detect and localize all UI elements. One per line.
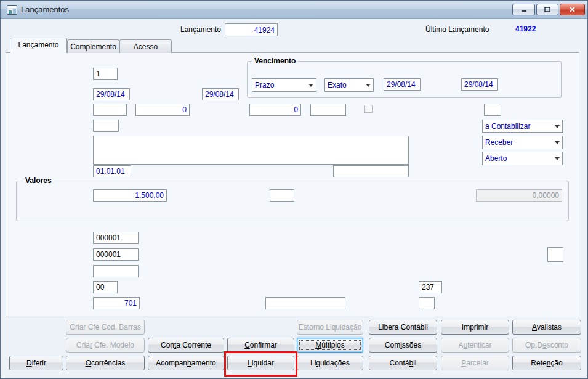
button-comissoes[interactable]: Comissões (369, 338, 437, 353)
vencimento-group-title: Vencimento (252, 57, 298, 65)
portador-field[interactable]: 237 (419, 281, 442, 293)
previsao-checkbox (364, 105, 373, 113)
valor-field[interactable]: 1.500,00 (93, 189, 167, 202)
valores-group-title: Valores (23, 176, 54, 185)
especie-documento-field[interactable] (419, 297, 435, 309)
unidade-negocio-field[interactable]: 1 (93, 68, 118, 80)
vencimento-original-field[interactable]: 29/08/14 (384, 78, 421, 91)
close-button[interactable] (560, 4, 585, 15)
maximize-button[interactable] (536, 4, 558, 15)
chevron-down-icon (308, 84, 313, 87)
pagamento-dropdown[interactable]: Exato (324, 78, 374, 92)
conta-field[interactable]: 01.01.01 (93, 165, 131, 177)
cheque-lote-field[interactable]: 701 (93, 297, 140, 309)
historico-field[interactable] (93, 120, 119, 132)
button-op-desconto: Op.Desconto (512, 338, 581, 353)
button-confirmar[interactable]: Confirmar (227, 338, 294, 353)
sacador-avalista-field[interactable] (93, 265, 139, 277)
valor-indexado-field: 0,00000 (476, 189, 562, 202)
tab-complemento[interactable]: Complemento (67, 39, 119, 53)
maximize-icon (544, 7, 550, 12)
title-bar: Lançamentos (1, 1, 588, 19)
minimize-button[interactable] (512, 4, 535, 15)
close-icon (570, 7, 575, 12)
serie-nf-number-field[interactable]: 0 (135, 104, 190, 116)
ultimo-lancamento-value: 41922 (515, 25, 536, 33)
duplicata-field[interactable]: 0 (249, 104, 301, 116)
button-estorno-liquidacao: Estorno Liquidação (297, 320, 363, 335)
contabilidade-dropdown[interactable]: a Contabilizar (482, 120, 563, 133)
duplicata-seq-field[interactable] (310, 104, 346, 116)
cobranca-field[interactable]: 000001 (93, 248, 139, 261)
conferido-field[interactable] (484, 104, 501, 116)
button-conta-corrente[interactable]: Conta Corrente (148, 338, 224, 353)
modalidade-dropdown[interactable]: Prazo (252, 78, 316, 92)
indice-field[interactable] (270, 189, 294, 202)
data-field[interactable]: 29/08/14 (93, 88, 130, 100)
minimize-icon (521, 7, 527, 12)
situacao-dropdown[interactable]: Aberto (482, 152, 563, 165)
tab-lancamento[interactable]: Lançamento (10, 38, 67, 53)
app-icon (7, 5, 17, 15)
button-ocorrencias[interactable]: Ocorrências (66, 356, 145, 370)
chevron-down-icon (366, 84, 371, 87)
tipo-pagamento-field[interactable]: 00 (93, 281, 118, 293)
lancamentos-window: Lançamentos Lançamento 41924 Último Lanç… (0, 0, 588, 379)
button-avalistas[interactable]: Avalistas (512, 320, 581, 335)
button-autenticar: Autenticar (441, 338, 509, 353)
button-diferir[interactable]: Diferir (9, 356, 63, 370)
tipo-dropdown[interactable]: Receber (482, 136, 563, 149)
button-liquidar[interactable]: Liquidar (227, 356, 294, 370)
chevron-down-icon (555, 157, 560, 160)
numero-banco-field[interactable] (265, 297, 345, 309)
tab-acesso[interactable]: Acesso (119, 39, 172, 53)
window-title: Lançamentos (21, 5, 69, 14)
button-criar-cfe-modelo: Criar Cfe. Modelo (66, 338, 145, 353)
emissao-field[interactable]: 29/08/14 (202, 88, 239, 100)
button-acompanhamento[interactable]: Acompanhamento (148, 356, 224, 370)
lancamento-number-label: Lançamento (148, 25, 221, 34)
button-criar-cfe-cod-barras: Criar Cfe Cod. Barras (66, 320, 145, 335)
chevron-down-icon (555, 141, 560, 144)
ordem-field[interactable] (547, 247, 563, 262)
empresa-field[interactable]: 000001 (93, 232, 139, 244)
button-contabil[interactable]: Contábil (369, 356, 437, 370)
complemento-textarea[interactable] (93, 136, 409, 165)
ultimo-lancamento-label: Último Lançamento (425, 25, 489, 34)
button-multiplos[interactable]: Múltiplos (297, 338, 363, 353)
button-parcelar: Parcelar (441, 356, 509, 370)
vencimento-field[interactable]: 29/08/14 (461, 78, 498, 91)
button-imprimir[interactable]: Imprimir (441, 320, 509, 335)
lancamento-number-field[interactable]: 41924 (225, 23, 278, 36)
button-liquidacoes[interactable]: Liquidações (297, 356, 363, 370)
projeto-field[interactable] (333, 165, 409, 177)
serie-nf-field[interactable] (93, 104, 127, 116)
button-retencao[interactable]: Retenção (512, 356, 581, 370)
chevron-down-icon (555, 125, 560, 128)
button-libera-contabil[interactable]: Libera Contábil (369, 320, 437, 335)
